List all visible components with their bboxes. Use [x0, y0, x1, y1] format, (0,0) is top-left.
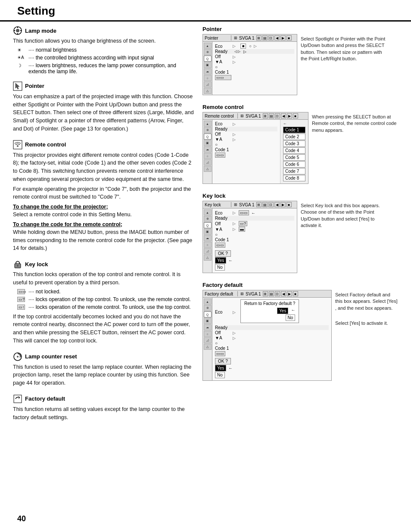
key-lock-section-title: Key lock	[25, 261, 48, 268]
r-topbar-icon-2[interactable]: ▤	[269, 113, 274, 118]
pointer-content: Eco ▷ ■ ○ ▷ Ready ◁ ▷ ▷	[212, 42, 297, 95]
kl-nav-off[interactable]: ▣	[204, 229, 212, 235]
fd-ui-main: ▲ ⊕ Q ▣ ☁ ○ ◿ △ Eco	[203, 298, 331, 380]
r-topbar-icon-4[interactable]: ◀	[281, 113, 286, 118]
fd-nav-circle[interactable]: ○	[204, 331, 212, 337]
lamp-mode-intro: This function allows you to change brigh…	[13, 37, 194, 45]
kl-topbar-icon-4[interactable]: ◀	[274, 202, 280, 207]
fd-circle-label: ○	[215, 341, 231, 345]
r-nav-up[interactable]: ▲	[204, 121, 212, 127]
pointer-input-label: SVGA 1	[239, 36, 255, 40]
nav-code[interactable]: ◿	[204, 81, 212, 87]
kl-nav-va[interactable]: ☁	[204, 235, 212, 241]
nav-lock[interactable]: △	[204, 88, 212, 94]
code2-option[interactable]: Code 2	[283, 134, 305, 140]
code1-option[interactable]: Code 1	[283, 127, 305, 133]
fd-yes-2[interactable]: Yes	[215, 365, 226, 371]
r-nav-eco[interactable]: ⊕	[204, 127, 212, 133]
fd-topbar-icon-2[interactable]: ▤	[269, 291, 274, 296]
topbar-icon-3[interactable]: ⊡	[268, 35, 274, 40]
fd-nav-code[interactable]: ◿	[204, 337, 212, 343]
fd-topbar-icon-4[interactable]: ◀	[281, 291, 286, 296]
r-nav-circle[interactable]: ○	[204, 153, 212, 159]
key-lock-intro: This function locks operation of the top…	[13, 271, 194, 287]
fd-nav-eco[interactable]: ⊕	[204, 305, 212, 311]
kl-topbar-icon-1[interactable]: ⊞	[256, 202, 262, 207]
key-lock-icon	[13, 259, 22, 269]
fd-arrow-1: ←	[291, 308, 295, 314]
r-nav-off[interactable]: ▣	[204, 140, 212, 146]
nav-va[interactable]: ☁	[204, 68, 212, 75]
pointer-left-nav: ▲ ⊕ Q ▣ ☁ ○ ◿ △	[203, 42, 212, 95]
kl-topbar-icon-3[interactable]: ⊡	[268, 202, 274, 207]
fd-nav-ready[interactable]: Q	[204, 311, 212, 317]
key-lock-no-option[interactable]: No	[215, 264, 225, 271]
key-lock-input-label: SVGA 1	[239, 202, 255, 207]
fd-topbar-icon-5[interactable]: ▶	[287, 291, 292, 296]
r-nav-lock[interactable]: △	[204, 166, 212, 172]
code4-option[interactable]: Code 4	[283, 147, 305, 154]
fd-topbar-icon-1[interactable]: ⊞	[263, 291, 268, 296]
remote-control-icon	[13, 140, 22, 149]
kl-nav-ready[interactable]: Q	[204, 222, 212, 228]
nav-eco[interactable]: ⊕	[204, 49, 212, 55]
menu-row-code: Code 1	[215, 70, 294, 75]
fd-topbar-icon-6[interactable]: ■	[293, 291, 298, 296]
r-topbar-icon-6[interactable]: ■	[293, 113, 298, 118]
fd-ok-label[interactable]: OK ?	[215, 358, 231, 364]
nav-circle[interactable]: ○	[204, 75, 212, 81]
remote-left-nav: ▲ ⊕ Q ▣ ☁ ○ ◿ △	[203, 120, 212, 184]
fd-arrow-2: ←	[228, 366, 233, 370]
kl-nav-code[interactable]: ◿	[204, 248, 212, 254]
pointer-ui-section: Pointer Pointer ⊞ SVGA 1 ⊞ ▤ ⊡ ◀ ▶	[202, 26, 398, 95]
fd-content: Eco ▷ Return to Factory default ? Yes ←	[212, 298, 331, 380]
nav-off[interactable]: ▣	[204, 62, 212, 68]
fd-menu-circle: ○	[215, 341, 329, 345]
r-topbar-icon-5[interactable]: ▶	[287, 113, 292, 118]
kl-nav-circle[interactable]: ○	[204, 242, 212, 248]
fd-ready-label: Ready	[215, 325, 231, 330]
fd-no-2[interactable]: No	[215, 372, 225, 378]
code8-option[interactable]: Code 8	[283, 175, 305, 181]
menu-row-eco: Eco ▷ ■ ○ ▷	[215, 44, 294, 49]
r-topbar-icon-3[interactable]: ⊡	[275, 113, 280, 118]
code5-option[interactable]: Code 5	[283, 154, 305, 161]
fd-topbar-icon-3[interactable]: ⊡	[275, 291, 280, 296]
fd-nav-lock[interactable]: △	[204, 344, 212, 350]
kl-topbar-icon-2[interactable]: ▤	[262, 202, 268, 207]
list-item: ▭↑ ···· locks operation of the remote co…	[17, 304, 194, 310]
svg-rect-5	[20, 30, 22, 31]
key-lock-yes-option[interactable]: Yes	[215, 257, 226, 264]
kl-nav-eco[interactable]: ⊕	[204, 216, 212, 222]
fd-nav-va[interactable]: ☁	[204, 324, 212, 330]
code6-option[interactable]: Code 6	[283, 161, 305, 168]
kl-topbar-icon-6[interactable]: ■	[286, 202, 292, 207]
fd-menu-off: Off ▷	[215, 330, 329, 335]
svg-marker-7	[16, 83, 19, 89]
r-nav-ready[interactable]: Q	[204, 134, 212, 140]
topbar-icon-2[interactable]: ▤	[262, 35, 268, 40]
nav-ready[interactable]: Q	[204, 56, 212, 62]
code3-option[interactable]: Code 3	[283, 140, 305, 147]
r-nav-va[interactable]: ☁	[204, 146, 212, 152]
fd-nav-off[interactable]: ▣	[204, 318, 212, 324]
topbar-icon-1[interactable]: ⊞	[256, 35, 262, 40]
fd-nav-up[interactable]: ▲	[204, 299, 212, 305]
page-header: Setting	[0, 0, 411, 22]
topbar-icon-6[interactable]: ■	[286, 35, 292, 40]
r-nav-code[interactable]: ◿	[204, 159, 212, 165]
fd-yes-1[interactable]: Yes	[277, 308, 288, 314]
kl-nav-lock[interactable]: △	[204, 255, 212, 261]
fd-no-1[interactable]: No	[286, 314, 296, 321]
kl-topbar-icon-5[interactable]: ▶	[280, 202, 286, 207]
topbar-icon-5[interactable]: ▶	[280, 35, 286, 40]
r-topbar-icon-1[interactable]: ⊞	[263, 113, 268, 118]
kl-nav-up[interactable]: ▲	[204, 209, 212, 215]
kl-ready-label: Ready	[215, 216, 231, 221]
key-lock-list: ▭▭ ···· not locked. ▭? ···· locks operat…	[17, 289, 194, 310]
key-lock-ok-label[interactable]: OK ?	[215, 250, 231, 257]
topbar-icon-4[interactable]: ◀	[274, 35, 280, 40]
nav-up[interactable]: ▲	[204, 43, 212, 49]
pointer-caption: Select Spotlight or Pointer with the Poi…	[301, 36, 387, 62]
code7-option[interactable]: Code 7	[283, 168, 305, 174]
